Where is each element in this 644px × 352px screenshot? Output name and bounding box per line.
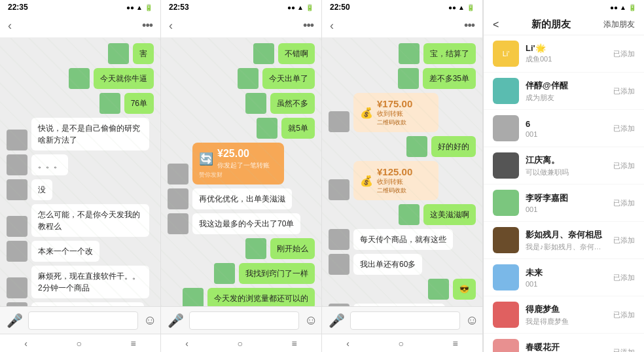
- avatar: [245, 93, 266, 114]
- chat-panel-3: 22:50 ●● ▲ 🔋 ‹ ••• 宝，结算了 差不多35单 💰: [322, 0, 483, 352]
- more-button-3[interactable]: •••: [464, 19, 474, 33]
- added-label: 已添加: [613, 273, 635, 283]
- friend-item: 伴醇@伴醒 成为朋友 已添加: [484, 73, 644, 110]
- signal-icon: ●●: [448, 4, 456, 11]
- emoji-icon[interactable]: ☺: [304, 313, 317, 328]
- menu-nav[interactable]: ≡: [131, 338, 136, 349]
- friend-info: 江庆离。 可以做兼职吗: [526, 154, 607, 177]
- msg-row: 刚开始么: [168, 238, 315, 259]
- recv-label: 收到转账: [377, 109, 412, 118]
- menu-nav[interactable]: ≡: [453, 338, 458, 349]
- friend-sub: 001: [526, 280, 607, 288]
- voice-icon[interactable]: 🎤: [168, 313, 184, 328]
- home-nav[interactable]: ○: [399, 338, 404, 349]
- add-friend-button[interactable]: 添加朋友: [603, 19, 635, 30]
- menu-nav[interactable]: ≡: [292, 338, 297, 349]
- friend-name: 李呀李嘉图: [526, 192, 607, 204]
- voice-icon[interactable]: 🎤: [329, 313, 345, 328]
- avatar: [493, 302, 519, 328]
- home-nav[interactable]: ○: [238, 338, 243, 349]
- signal-icon: ●●: [126, 4, 134, 11]
- chat-input-1[interactable]: [28, 311, 138, 330]
- recv-amount: ¥175.00: [377, 98, 412, 109]
- msg-row: 就5单: [168, 118, 315, 139]
- friend-item: 江庆离。 可以做兼职吗 已添加: [484, 147, 644, 185]
- avatar: [493, 227, 519, 253]
- bubble: 我找到窍门了一样: [239, 263, 315, 284]
- msg-row: 本来一个一个改: [7, 241, 154, 262]
- transfer-amount: ¥25.00: [217, 148, 270, 160]
- back-button-2[interactable]: ‹: [169, 19, 173, 33]
- recv-sublabel: 二维码收款: [377, 118, 412, 127]
- home-nav[interactable]: ○: [77, 338, 82, 349]
- friends-title: 新的朋友: [531, 18, 571, 31]
- back-nav[interactable]: ‹: [24, 338, 27, 349]
- status-icons-2: ●● ▲ 🔋: [287, 4, 313, 11]
- signal-icon: ●●: [287, 4, 295, 11]
- emoji-icon[interactable]: ☺: [465, 313, 478, 328]
- avatar: [7, 154, 27, 175]
- avatar: [428, 279, 449, 300]
- back-nav[interactable]: ‹: [346, 338, 349, 349]
- friend-info: 6 001: [526, 119, 607, 138]
- avatar: [253, 43, 274, 64]
- msg-row: 虽然不多: [168, 93, 315, 114]
- avatar: [7, 302, 27, 306]
- friend-name: 伴醇@伴醒: [526, 80, 607, 92]
- back-button-3[interactable]: ‹: [330, 19, 334, 33]
- friend-item: 未来 001 已添加: [484, 259, 644, 296]
- msg-row: 我3个全怼了15个品，嘎嘎出: [7, 302, 154, 306]
- msg-row: 多优化优化，出单更多: [329, 304, 476, 306]
- avatar: [493, 152, 519, 179]
- status-bar-2: 22:53 ●● ▲ 🔋: [161, 0, 321, 14]
- status-icons-3: ●● ▲ 🔋: [448, 4, 474, 11]
- avatar: [493, 78, 519, 104]
- wifi-icon: ▲: [297, 4, 304, 11]
- voice-icon[interactable]: 🎤: [7, 313, 23, 328]
- chat-input-3[interactable]: [350, 311, 460, 330]
- bubble: 麻烦死，现在直接软件干。。2分钟一个商品: [31, 266, 149, 298]
- added-label: 已添加: [613, 198, 635, 208]
- msg-row: 这美滋滋啊: [329, 204, 476, 225]
- chat-panel-2: 22:53 ●● ▲ 🔋 ‹ ••• 不错啊 今天出单了 虽然不多 就5单: [161, 0, 322, 352]
- friend-name: 江庆离。: [526, 154, 607, 166]
- bubble: 今天出单了: [262, 68, 315, 89]
- chat-input-2[interactable]: [189, 311, 299, 330]
- signal-icon: ●●: [610, 4, 618, 11]
- battery-icon: 🔋: [467, 4, 474, 11]
- msg-row: 好的好的: [329, 136, 476, 157]
- bubble: 好的好的: [431, 136, 476, 157]
- more-button-1[interactable]: •••: [142, 19, 152, 33]
- bubble: 。。。: [31, 154, 68, 175]
- msg-row: 宝，结算了: [329, 43, 476, 64]
- avatar: [257, 118, 277, 139]
- msg-row: 今天出单了: [168, 68, 315, 89]
- friends-back-button[interactable]: <: [493, 19, 499, 31]
- bubble: 没: [31, 179, 52, 200]
- friend-sub: 成为朋友: [526, 93, 607, 103]
- avatar: [406, 136, 427, 157]
- friend-sub: 001: [526, 130, 607, 138]
- avatar: [7, 241, 27, 262]
- wifi-icon: ▲: [620, 4, 626, 11]
- bubble: 每天传个商品，就有这些: [353, 229, 453, 250]
- bubble: 76单: [124, 93, 154, 114]
- battery-icon: 🔋: [145, 4, 152, 11]
- friend-name: 影如残月、奈何相思: [526, 229, 607, 241]
- added-label: 已添加: [613, 347, 635, 353]
- avatar: [399, 43, 420, 64]
- msg-row: 没: [7, 179, 154, 200]
- more-button-2[interactable]: •••: [303, 19, 313, 33]
- chat-footer-1: 🎤 ☺ ＋: [0, 306, 160, 334]
- back-button-1[interactable]: ‹: [8, 19, 12, 33]
- avatar: [168, 164, 188, 185]
- bubble: 本来一个一个改: [31, 241, 99, 262]
- friend-name: 得鹿梦鱼: [526, 304, 607, 315]
- chat-body-1: 害 今天就你牛逼 76单 快说，是不是自己偷偷的研究啥新方法了 。。。 没 怎么: [0, 38, 160, 306]
- back-nav[interactable]: ‹: [185, 338, 188, 349]
- added-label: 已添加: [613, 86, 635, 96]
- msg-row: 我出单还有60多: [329, 254, 476, 275]
- avatar: [214, 263, 235, 284]
- added-label: 已添加: [613, 236, 635, 245]
- emoji-icon[interactable]: ☺: [143, 313, 156, 328]
